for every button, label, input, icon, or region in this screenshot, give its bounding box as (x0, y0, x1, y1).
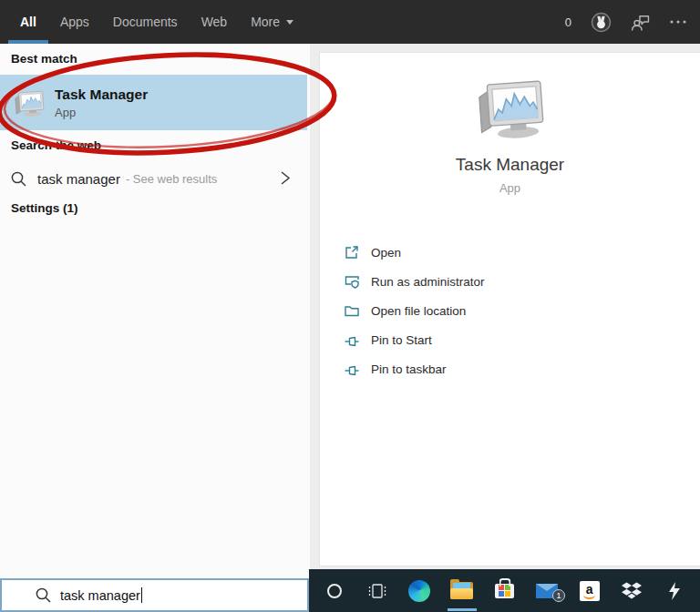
task-manager-icon (470, 75, 551, 140)
tab-all-label: All (20, 15, 36, 29)
taskbar-lightning-button[interactable] (654, 569, 696, 612)
taskbar-task-view-button[interactable] (356, 569, 399, 612)
search-web-header: Search the web (11, 138, 101, 152)
search-filter-bar: All Apps Documents Web More 0 (0, 0, 700, 44)
action-pin-to-start[interactable]: Pin to Start (344, 325, 700, 354)
taskbar-store-button[interactable] (483, 569, 526, 612)
ellipsis-icon[interactable] (669, 13, 687, 31)
tab-web[interactable]: Web (190, 0, 240, 44)
taskbar: 1 a (309, 569, 700, 612)
windows-search-flyout: All Apps Documents Web More 0 (0, 0, 700, 612)
task-manager-icon (12, 88, 46, 117)
tab-apps-label: Apps (60, 15, 89, 29)
web-hint: - See web results (126, 172, 217, 186)
search-input-value: task manager (60, 588, 140, 603)
taskbar-edge-button[interactable] (398, 569, 441, 612)
pin-icon (344, 332, 360, 348)
chevron-down-icon (286, 20, 293, 25)
preview-card: Task Manager App Open Run as a (319, 52, 700, 566)
tab-apps[interactable]: Apps (48, 0, 101, 44)
microsoft-store-icon (495, 584, 514, 598)
result-title: Task Manager (55, 87, 148, 103)
edge-icon (408, 580, 430, 602)
tab-web-label: Web (201, 15, 228, 29)
taskbar-mail-button[interactable]: 1 (526, 569, 569, 612)
web-query: task manager (37, 171, 120, 187)
amazon-smile (583, 595, 595, 599)
rewards-medal-icon[interactable] (591, 12, 612, 33)
preview-app-name: Task Manager (320, 155, 700, 175)
file-explorer-icon (450, 582, 473, 599)
best-match-header: Best match (11, 52, 77, 66)
action-label: Pin to taskbar (371, 362, 447, 376)
text-cursor (141, 587, 143, 603)
mail-notification-badge: 1 (552, 589, 565, 602)
task-view-icon (367, 582, 387, 600)
taskbar-file-explorer-button[interactable] (441, 569, 484, 612)
feedback-person-icon[interactable] (631, 13, 650, 32)
preview-app-type: App (320, 181, 700, 195)
tab-documents[interactable]: Documents (101, 0, 190, 44)
result-type: App (55, 106, 148, 119)
cortana-icon (327, 584, 342, 598)
preview-panel: Task Manager App Open Run as a (310, 44, 700, 569)
pin-icon (344, 361, 360, 377)
admin-shield-icon (344, 273, 360, 290)
action-open[interactable]: Open (344, 238, 700, 267)
action-label: Open file location (371, 304, 466, 318)
tab-documents-label: Documents (113, 15, 178, 29)
result-meta: Task Manager App (55, 87, 148, 119)
context-actions: Open Run as administrator Open file loca… (320, 238, 700, 383)
taskbar-dropbox-button[interactable] (611, 569, 654, 612)
dropbox-icon (621, 581, 643, 600)
mail-icon: 1 (536, 584, 558, 598)
active-app-indicator (448, 608, 477, 611)
filter-tabs: All Apps Documents Web More (0, 0, 305, 44)
taskbar-cortana-button[interactable] (314, 569, 356, 612)
action-label: Run as administrator (371, 275, 485, 289)
lightning-icon (667, 581, 682, 601)
topbar-actions: 0 (565, 0, 687, 44)
search-icon (10, 170, 27, 188)
rewards-count: 0 (565, 15, 571, 29)
web-search-suggestion[interactable]: task manager - See web results (0, 160, 310, 197)
search-results-panel: Best match Task Manager App Search the w… (0, 44, 310, 580)
action-label: Pin to Start (371, 333, 432, 347)
action-pin-to-taskbar[interactable]: Pin to taskbar (344, 354, 700, 383)
action-label: Open (371, 246, 401, 260)
folder-icon (344, 302, 360, 319)
search-input[interactable]: task manager (0, 578, 309, 612)
search-icon (35, 586, 52, 604)
action-run-as-administrator[interactable]: Run as administrator (344, 267, 700, 296)
amazon-icon: a (580, 581, 600, 601)
action-open-file-location[interactable]: Open file location (344, 296, 700, 325)
tab-all[interactable]: All (8, 0, 48, 44)
open-window-icon (344, 244, 360, 260)
tab-more[interactable]: More (239, 0, 305, 44)
settings-header: Settings (1) (11, 201, 78, 215)
tab-more-label: More (251, 15, 280, 29)
amazon-letter: a (586, 583, 593, 596)
chevron-right-icon[interactable] (279, 168, 292, 188)
best-match-result[interactable]: Task Manager App (0, 75, 307, 130)
taskbar-amazon-button[interactable]: a (568, 569, 611, 612)
